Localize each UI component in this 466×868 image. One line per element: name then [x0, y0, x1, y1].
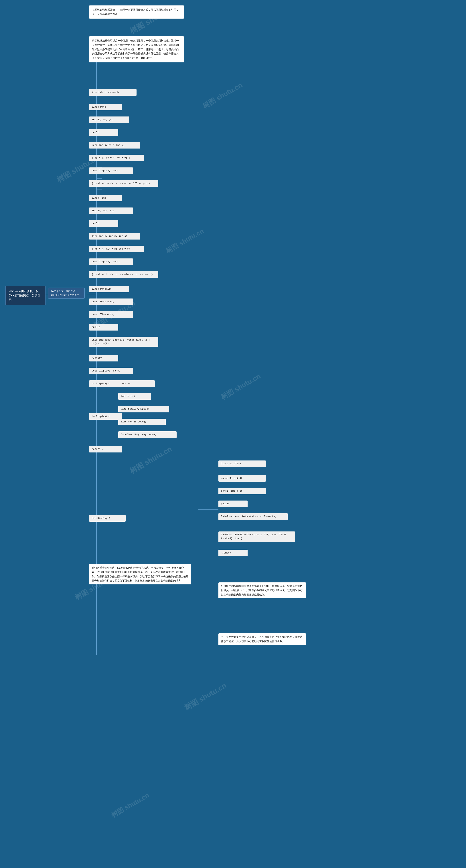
- right-empty-text: //empty: [221, 552, 231, 554]
- right-datetime-constructor-text: DateTime(const Date & d,const Time& t);: [221, 515, 276, 518]
- void-display2-node: void Display() const: [89, 258, 133, 265]
- int-hr-text: int hr, min, sec;: [92, 209, 116, 212]
- mid-connector-node: 2020年全国计算机二级C++复习知识点：类的引用: [48, 287, 85, 299]
- watermark-10: 树图 shutu.cn: [110, 791, 151, 819]
- right-public-node: public:: [218, 500, 248, 507]
- public3-node: public:: [89, 324, 118, 331]
- public1-text: public:: [92, 131, 102, 134]
- right-class-datetime-text: Class DateTime: [221, 462, 241, 465]
- time-constructor-text: Time(int h, int m, int s): [92, 235, 127, 238]
- para2-text: 类的数据成员也可以是一个引用，但必须注意，一个引用必须初始化。通常一个类对象并不…: [92, 39, 179, 59]
- const-time-ref-node: const Time & tm;: [89, 311, 133, 318]
- dtm-display-text: dtm.Display();: [92, 517, 112, 520]
- empty-comment-node: //empty: [89, 355, 118, 362]
- cout-date-node: { cout << da << '/' << mo << '/' << yr; …: [89, 180, 158, 187]
- cout-space-node: cout << ' ';: [118, 380, 155, 387]
- datetime-constructor-text: DateTime(const Date & d, const Time& t) …: [92, 339, 150, 345]
- right-const-date-node: const Date & dt;: [218, 475, 266, 482]
- public3-text: public:: [92, 326, 102, 329]
- datetime-dtm-node: DateTime dtm(today, now);: [118, 431, 177, 438]
- time-now-node: Time now(15,20,0);: [118, 418, 166, 425]
- left-node-label: 2020年全国计算机二级C++复习知识点：类的引用: [9, 289, 40, 301]
- public2-node: public:: [89, 220, 118, 227]
- watermark-7: 树图 shutu.cn: [128, 444, 174, 476]
- right-datetime-impl-node: DateTime::DateTime(const Date & d, const…: [218, 531, 295, 542]
- right-datetime-impl-text: DateTime::DateTime(const Date & d, const…: [221, 533, 286, 540]
- right-const-time-text: const Time & tm;: [221, 490, 244, 492]
- right-datetime-constructor-node: DateTime(const Date & d,const Time& t);: [218, 513, 288, 520]
- watermark-6: 树图 shutu.cn: [219, 372, 262, 402]
- tm-display-node: tm.Display();: [89, 413, 122, 420]
- datetime-constructor-node: DateTime(const Date & d, const Time& t) …: [89, 337, 158, 347]
- const-date-ref-node: const Date & dt;: [89, 299, 133, 305]
- para1-node: 在函数参数和返回值中，如果一定要使用传值方式，那么使用类对象的引用，是一个提高效…: [89, 5, 184, 19]
- void-display2-text: void Display() const: [92, 260, 120, 263]
- empty-comment-text: //empty: [92, 357, 102, 360]
- right-const-time-node: const Time & tm;: [218, 488, 266, 494]
- date-constructor-node: Date(int d,int m,int y): [89, 142, 140, 149]
- watermark-4: 树图 shutu.cn: [164, 226, 205, 255]
- include-node: #include iostream.h: [89, 89, 136, 96]
- return-0-text: return 0;: [92, 448, 104, 451]
- para-init-note-text: 可以使用构造函数的参数初始化表来初始化任何数据成员，特别是常量数据成员。和引用一…: [221, 584, 303, 596]
- connector-lines: [0, 0, 466, 868]
- cout-space-text: cout << ' ';: [121, 382, 138, 385]
- para2-node: 类的数据成员也可以是一个引用，但必须注意，一个引用必须初始化。通常一个类对象并不…: [89, 36, 184, 62]
- int-hr-node: int hr, min, sec;: [89, 208, 133, 214]
- para1-text: 在函数参数和返回值中，如果一定要使用传值方式，那么使用类对象的引用，是一个提高效…: [92, 8, 179, 16]
- tm-display-text: tm.Display();: [92, 415, 110, 418]
- int-da-text: int da, mo, yr;: [92, 118, 113, 121]
- left-main-node: 2020年全国计算机二级C++复习知识点：类的引用: [5, 286, 45, 305]
- class-date-text: class Date: [92, 105, 106, 108]
- right-empty-node: //empty: [218, 550, 248, 556]
- void-display1-text: void Display() const: [92, 169, 120, 172]
- cout-time-text: { cout << hr << ':' << min << ':' << sec…: [92, 273, 153, 276]
- right-const-date-text: const Date & dt;: [221, 477, 244, 479]
- class-time-text: class Time: [92, 196, 106, 199]
- para-ref-note: 当一个类含有引用数据成员时，一旦引用被实例化和初始化以后，就无法修改它的值，所以…: [218, 633, 306, 645]
- class-datetime-node: class DateTime: [89, 286, 129, 292]
- dtm-display-node: dtm.Display();: [89, 515, 126, 522]
- class-date-node: class Date: [89, 104, 122, 110]
- public1-node: public:: [89, 129, 118, 136]
- right-class-datetime-node: Class DateTime: [218, 461, 266, 467]
- time-init-node: { hr = h; min = m; sec = s; }: [89, 246, 144, 252]
- include-text: #include iostream.h: [92, 91, 119, 94]
- date-init-text: { da = d; mo = m; yr = y; }: [92, 157, 130, 159]
- datetime-dtm-text: DateTime dtm(today, now);: [121, 433, 156, 436]
- int-main-text: int main(): [121, 395, 135, 398]
- mid-node-label: 2020年全国计算机二级C++复习知识点：类的引用: [51, 290, 79, 296]
- para-constructor-note-text: 我们来看看这个程序中DateTime的构造函数的格式：冒号后行引了一个参数初始化…: [92, 566, 189, 582]
- int-da-node: int da, mo, yr;: [89, 117, 129, 123]
- dt-display-text: dt.Display();: [92, 382, 110, 385]
- watermark-9: 树图 shutu.cn: [183, 681, 228, 713]
- time-init-text: { hr = h; min = m; sec = s; }: [92, 248, 133, 250]
- const-time-ref-text: const Time & tm;: [92, 313, 115, 316]
- class-datetime-text: class DateTime: [92, 287, 112, 290]
- cout-time-node: { cout << hr << ':' << min << ':' << sec…: [89, 271, 158, 278]
- date-init-node: { da = d; mo = m; yr = y; }: [89, 155, 144, 161]
- public2-text: public:: [92, 222, 102, 225]
- time-constructor-node: Time(int h, int m, int s): [89, 233, 140, 240]
- date-today-text: Date today(7,4,2004);: [121, 408, 151, 410]
- void-display3-node: void Display() const: [89, 368, 133, 374]
- right-public-text: public:: [221, 502, 231, 505]
- time-now-text: Time now(15,20,0);: [121, 421, 146, 423]
- date-constructor-text: Date(int d,int m,int y): [92, 144, 124, 147]
- void-display3-text: void Display() const: [92, 370, 120, 372]
- const-date-ref-text: const Date & dt;: [92, 300, 115, 303]
- para-init-note: 可以使用构造函数的参数初始化表来初始化任何数据成员，特别是常量数据成员。和引用一…: [218, 582, 306, 598]
- para-ref-note-text: 当一个类含有引用数据成员时，一旦引用被实例化和初始化以后，就无法修改它的值，所以…: [221, 636, 303, 643]
- date-today-node: Date today(7,4,2004);: [118, 406, 169, 412]
- watermark-2: 树图 shutu.cn: [201, 81, 244, 111]
- int-main-node: int main(): [118, 393, 151, 400]
- void-display1-node: void Display() const: [89, 167, 133, 174]
- para-constructor-note: 我们来看看这个程序中DateTime的构造函数的格式：冒号后行引了一个参数初始化…: [89, 564, 191, 584]
- return-0-node: return 0;: [89, 446, 122, 453]
- class-time-node: class Time: [89, 195, 122, 201]
- cout-date-text: { cout << da << '/' << mo << '/' << yr; …: [92, 182, 150, 185]
